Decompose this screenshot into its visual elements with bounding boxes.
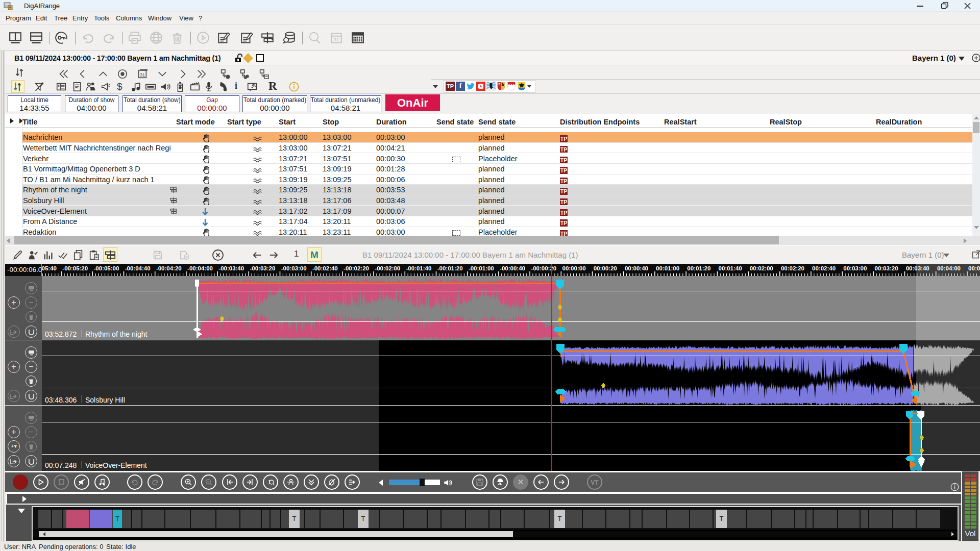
svg-text:00:07.248: 00:07.248 (45, 461, 77, 469)
svg-text:-00:01:00: -00:01:00 (469, 265, 494, 271)
svg-text:-00:00:40: -00:00:40 (500, 265, 525, 271)
svg-text:Solsbury Hill: Solsbury Hill (85, 396, 125, 404)
svg-text:-00:03:20: -00:03:20 (250, 265, 276, 271)
svg-text:00:02:40: 00:02:40 (812, 265, 836, 271)
svg-text:00:00:40: 00:00:40 (625, 265, 648, 271)
svg-text:03:52.872: 03:52.872 (45, 330, 77, 338)
svg-text:-00:04:40: -00:04:40 (125, 265, 151, 271)
svg-text:00:03:00: 00:03:00 (843, 265, 867, 271)
svg-text:00:00:20: 00:00:20 (594, 265, 617, 271)
svg-text:00:03:40: 00:03:40 (906, 265, 929, 271)
svg-text:-00:03:40: -00:03:40 (218, 265, 244, 271)
svg-text:-00:05:20: -00:05:20 (62, 265, 88, 271)
svg-text:00:02:00: 00:02:00 (750, 265, 773, 271)
svg-text:VoiceOver-Element: VoiceOver-Element (85, 461, 147, 469)
svg-text:00:01:00: 00:01:00 (656, 265, 679, 271)
svg-text:31: 31 (334, 37, 339, 42)
svg-text:-00:01:40: -00:01:40 (406, 265, 432, 271)
svg-text:00:00:00: 00:00:00 (562, 265, 586, 271)
svg-text:00:01:40: 00:01:40 (719, 265, 742, 271)
svg-text:00:01:20: 00:01:20 (687, 265, 710, 271)
svg-text:-00:01:20: -00:01:20 (437, 265, 463, 271)
svg-text:-00:02:40: -00:02:40 (312, 265, 338, 271)
svg-text:-00:00:20: -00:00:20 (531, 265, 556, 271)
svg-text:-00:05:00: -00:05:00 (94, 265, 119, 271)
svg-text:00:03:20: 00:03:20 (875, 265, 898, 271)
svg-text:-00:04:00: -00:04:00 (187, 265, 213, 271)
svg-text:-00:02:20: -00:02:20 (344, 265, 369, 271)
svg-text:-00:02:00: -00:02:00 (375, 265, 400, 271)
svg-text:31: 31 (140, 72, 145, 78)
svg-text:-00:04:20: -00:04:20 (156, 265, 182, 271)
svg-text:00:04:20: 00:04:20 (968, 265, 980, 271)
svg-text:03:48.306: 03:48.306 (45, 396, 77, 404)
svg-text:00:02:20: 00:02:20 (781, 265, 804, 271)
svg-text:Rhythm of the night: Rhythm of the night (85, 330, 148, 338)
svg-text:00:04:00: 00:04:00 (937, 265, 961, 271)
svg-text:-00:00:06.0: -00:00:06.0 (7, 266, 42, 273)
svg-text:-00:03:00: -00:03:00 (281, 265, 307, 271)
